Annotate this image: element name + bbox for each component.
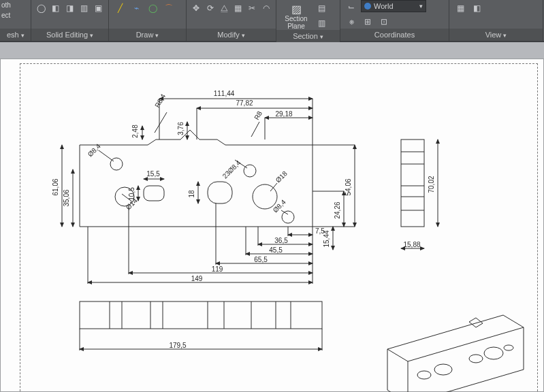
panel-label-solid-editing[interactable]: Solid Editing▾	[31, 29, 108, 41]
panel-section: ▨ Section Plane ▤ ▥ Section▾	[276, 0, 340, 41]
dim-r-h2: 24,26	[334, 201, 341, 218]
svg-line-70	[408, 327, 524, 361]
svg-point-3	[253, 184, 277, 209]
ucs-icon-2[interactable]: ⎈	[345, 15, 358, 29]
section-plane-icon: ▨	[287, 3, 306, 15]
svg-rect-47	[401, 140, 424, 227]
mesh-label-b: ect	[1, 12, 10, 19]
world-icon	[364, 3, 371, 10]
array-icon[interactable]: ▦	[233, 1, 244, 15]
drawing-canvas[interactable]: 111,44 77,82 29,18 R8,4 2,48 3,76 R8 61,…	[0, 42, 544, 392]
panel-draw: ╱ ⌁ ◯ ⌒ Draw▾	[109, 0, 187, 41]
mesh-label-a: oth	[1, 1, 11, 9]
svg-point-75	[504, 345, 513, 350]
dim-bottom-w: 179,5	[169, 342, 186, 349]
dim-slot-r: 18	[188, 190, 195, 198]
dim-w1: 111,44	[214, 90, 235, 97]
circle-icon[interactable]: ◯	[146, 1, 159, 15]
dim-w2: 77,82	[236, 99, 253, 107]
panel-label-draw[interactable]: Draw▾	[109, 29, 186, 41]
panel-view: ▦ ◧ View▾	[449, 0, 543, 41]
svg-point-4	[282, 211, 294, 223]
ribbon: oth ect esh▾ ◯ ◧ ◨ ▥ ▣ Solid Editing▾ ╱ …	[0, 0, 544, 42]
extrude-face-icon[interactable]: ▥	[78, 1, 90, 15]
dim-r-left: R8,4	[153, 93, 167, 109]
dim-side-w: 15,88	[403, 241, 420, 248]
panel-label-section[interactable]: Section▾	[276, 30, 340, 42]
dim-h-notch: 2,48	[131, 125, 139, 138]
arc-icon[interactable]: ⌒	[162, 1, 176, 15]
dim-b3: 45,5	[269, 246, 283, 254]
polyline-icon[interactable]: ⌁	[129, 1, 143, 15]
layout-sheet: 111,44 77,82 29,18 R8,4 2,48 3,76 R8 61,…	[0, 59, 544, 392]
svg-point-71	[417, 371, 431, 379]
section-icon-2[interactable]: ▥	[315, 16, 328, 30]
svg-line-68	[387, 349, 408, 361]
trim-icon[interactable]: ✂	[246, 1, 258, 15]
panel-label-modify[interactable]: Modify▾	[187, 29, 276, 41]
dim-h-total: 61,06	[52, 178, 59, 195]
rotate-icon[interactable]: ⟳	[205, 1, 217, 15]
dim-b1: 7,5	[315, 227, 325, 235]
dim-d4: Ø18	[274, 169, 289, 184]
union-icon[interactable]: ◯	[35, 1, 47, 15]
move-icon[interactable]: ✥	[191, 1, 202, 15]
panel-modify: ✥ ⟳ ⧋ ▦ ✂ ◠ Modify▾	[187, 0, 276, 41]
coord-system-select[interactable]: World ▾	[361, 0, 426, 12]
svg-point-0	[110, 158, 123, 170]
panel-mesh: oth ect esh▾	[0, 0, 31, 41]
line-icon[interactable]: ╱	[113, 1, 127, 15]
technical-drawing: 111,44 77,82 29,18 R8,4 2,48 3,76 R8 61,…	[20, 63, 537, 392]
panel-solid-editing: ◯ ◧ ◨ ▥ ▣ Solid Editing▾	[31, 0, 109, 41]
dim-w3: 29,18	[275, 110, 292, 118]
section-plane-label: Section Plane	[285, 15, 307, 30]
ucs-icon-4[interactable]: ⊡	[377, 15, 391, 29]
svg-line-23	[270, 183, 277, 191]
dim-b2: 36,5	[274, 237, 288, 244]
svg-point-74	[484, 347, 503, 359]
svg-rect-5	[144, 186, 164, 201]
svg-point-2	[244, 165, 256, 177]
view-icon-1[interactable]: ▦	[453, 1, 467, 15]
panel-coordinates: ⌙ World ▾ ⎈ ⊞ ⊡ Coordinates	[340, 0, 449, 41]
dim-r-right: R8	[253, 110, 263, 121]
svg-point-73	[469, 355, 483, 363]
svg-rect-55	[80, 301, 322, 329]
dim-b4: 65,5	[254, 256, 268, 263]
panel-label-coordinates[interactable]: Coordinates	[340, 29, 449, 41]
ucs-icon-1[interactable]: ⌙	[345, 0, 358, 14]
panel-label-mesh[interactable]: esh▾	[0, 29, 31, 41]
dim-slot-h: 10,5	[128, 187, 135, 201]
dim-r-h1: 54,06	[345, 178, 352, 195]
fillet-icon[interactable]: ◠	[261, 1, 272, 15]
dim-side-h: 70,02	[428, 176, 435, 193]
shell-icon[interactable]: ▣	[93, 1, 104, 15]
mirror-icon[interactable]: ⧋	[219, 1, 230, 15]
svg-line-19	[251, 122, 259, 137]
dim-slot-w: 15,5	[146, 170, 160, 178]
svg-point-72	[434, 364, 452, 375]
svg-rect-6	[208, 182, 232, 203]
dim-h-step: 3,76	[177, 122, 185, 135]
dim-d3: 23Ø8,4	[221, 159, 242, 180]
svg-line-18	[155, 112, 167, 133]
section-plane-button[interactable]: ▨ Section Plane	[281, 1, 312, 30]
view-icon-2[interactable]: ◧	[470, 1, 483, 15]
dim-b5: 119	[212, 265, 223, 273]
panel-label-view[interactable]: View▾	[449, 29, 543, 41]
intersect-icon[interactable]: ◨	[64, 1, 76, 15]
coord-select-label: World	[374, 2, 394, 10]
ucs-icon-3[interactable]: ⊞	[361, 15, 374, 29]
subtract-icon[interactable]: ◧	[50, 1, 61, 15]
section-icon-1[interactable]: ▤	[315, 1, 328, 15]
svg-line-20	[99, 150, 114, 161]
dim-h-inner: 35,06	[63, 189, 70, 206]
dim-b6: 149	[191, 275, 203, 282]
